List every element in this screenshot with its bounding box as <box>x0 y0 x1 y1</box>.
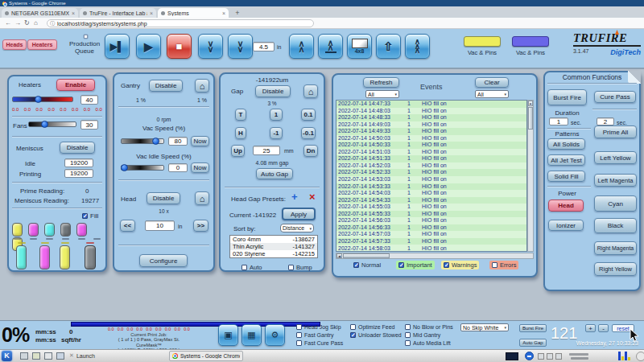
fill-checkbox[interactable] <box>82 213 88 219</box>
scroll-left-icon[interactable]: ◀ <box>336 253 342 258</box>
gap-home-button[interactable]: ⌂ <box>303 84 318 98</box>
document-icon[interactable] <box>44 352 52 360</box>
scrollbar-thumb[interactable] <box>343 253 390 258</box>
gap-dn-button[interactable]: Dn <box>303 145 318 157</box>
errors-checkbox[interactable] <box>492 262 497 268</box>
event-row[interactable]: 2022-07-14 14:56:33 1 HIO fill on <box>336 224 526 232</box>
vac-pins-right-button[interactable] <box>512 36 549 47</box>
all-solids-button[interactable]: All Solids <box>547 138 585 150</box>
opt-no-blow-or-pins[interactable]: No Blow or Pins <box>405 324 453 330</box>
opt-optimize-feed[interactable]: Optimize Feed <box>350 324 395 330</box>
layers-button[interactable]: ∧∧∧ <box>405 34 430 59</box>
vac-idle-input[interactable]: 0 <box>168 163 188 172</box>
bed-size-button[interactable]: 4x8 <box>347 34 372 59</box>
tab-netgear[interactable]: NETGEAR GS110EMX × <box>2 8 78 18</box>
meniscus-disable-button[interactable]: Disable <box>60 142 95 154</box>
event-row[interactable]: 2022-07-14 14:53:33 1 HIO fill on <box>336 183 526 191</box>
show-desktop-button[interactable] <box>636 352 644 361</box>
gap-minus01-button[interactable]: -0.1 <box>301 127 316 139</box>
fast-cure-pass-checkbox[interactable] <box>296 340 302 346</box>
event-row[interactable]: 2022-07-14 14:54:33 1 HIO fill on <box>336 197 526 204</box>
auto-option[interactable]: Auto <box>242 264 262 271</box>
url-bar[interactable]: ⓘ localhost/diag/systems/systems.php <box>47 19 314 27</box>
right-yellow-button[interactable]: Right Yellow <box>594 262 637 276</box>
fans-slider-thumb[interactable] <box>41 121 48 128</box>
monitor-icon[interactable] <box>56 352 64 360</box>
reload-icon[interactable]: ↻ <box>24 19 30 27</box>
vac-speed-now-button[interactable]: Now <box>191 136 209 146</box>
event-row[interactable]: 2022-07-14 14:55:03 1 HIO fill on <box>336 204 526 211</box>
cure-duration-input[interactable]: 2 <box>597 117 614 125</box>
play-button[interactable]: ▶ <box>136 34 161 59</box>
opt-head-jog-skip[interactable]: Head Jog Skip <box>296 324 341 330</box>
raise-head-button[interactable]: ⇧ <box>376 34 401 59</box>
gap-plus1-button[interactable]: 1 <box>270 109 283 121</box>
gap-minus1-button[interactable]: -1 <box>270 127 283 139</box>
filter-errors[interactable]: Errors <box>489 261 518 269</box>
configure-button[interactable]: Configure <box>139 254 188 267</box>
bump-checkbox[interactable] <box>288 265 294 270</box>
opt-fast-gantry[interactable]: Fast Gantry <box>296 332 334 338</box>
right-magenta-button[interactable]: Right Magenta <box>594 241 637 255</box>
tab-close-icon[interactable]: × <box>150 10 153 16</box>
solid-fill-button[interactable]: Solid Fill <box>547 171 585 182</box>
vac-pins-left-button[interactable] <box>464 36 501 47</box>
optimize-feed-checkbox[interactable] <box>350 324 356 330</box>
events-horizontal-scrollbar[interactable]: ◀ <box>336 253 534 259</box>
event-row[interactable]: 2022-07-14 14:57:03 1 HIO fill on <box>336 231 526 238</box>
events-list[interactable]: 2022-07-14 14:47:33 1 HIO fill on 2022-0… <box>336 100 527 252</box>
vac-speed-slider[interactable] <box>121 138 164 144</box>
event-row[interactable]: 2022-07-14 14:56:03 1 HIO fill on <box>336 217 526 224</box>
event-row[interactable]: 2022-07-14 14:52:03 1 HIO fill on <box>336 162 526 170</box>
stop-button[interactable]: ■ <box>167 34 192 59</box>
burst-fire-button[interactable]: Burst Fire <box>547 89 587 105</box>
ionizer-button[interactable]: Ionizer <box>548 220 584 231</box>
head-jog-skip-checkbox[interactable] <box>296 324 302 330</box>
gap-plus01-button[interactable]: 0.1 <box>301 109 316 121</box>
pass-height-input[interactable]: 4.5 <box>253 42 275 51</box>
burst-duration-input[interactable]: 1 <box>549 117 568 125</box>
filter-important[interactable]: Important <box>396 261 435 269</box>
status-auto-gap-button[interactable]: Auto Gap <box>519 339 547 347</box>
new-tab-button[interactable]: + <box>233 9 242 17</box>
apply-button[interactable]: Apply <box>282 208 316 220</box>
events-vertical-scrollbar[interactable]: ▲ <box>527 100 534 252</box>
printing-input[interactable]: 19200 <box>64 169 93 178</box>
jog-distance-input[interactable]: 10 <box>145 220 175 231</box>
home-icon[interactable]: ⌂ <box>34 19 38 27</box>
unloader-stowed-checkbox[interactable] <box>350 332 356 338</box>
heater-setpoint-input[interactable]: 40 <box>80 95 98 105</box>
event-row[interactable]: 2022-07-14 14:48:33 1 HIO fill on <box>336 114 526 121</box>
fans-slider[interactable] <box>28 121 76 127</box>
vac-speed-slider-thumb[interactable] <box>152 138 159 145</box>
important-checkbox[interactable] <box>398 262 404 268</box>
idle-input[interactable]: 19200 <box>64 158 93 167</box>
fans-input[interactable]: 30 <box>80 120 98 130</box>
media-settings-button[interactable]: ▦ <box>242 324 262 346</box>
gantry-disable-button[interactable]: Disable <box>149 80 183 92</box>
gap-disable-button[interactable]: Disable <box>255 85 291 97</box>
event-row[interactable]: 2022-07-14 14:51:33 1 HIO fill on <box>336 155 526 162</box>
double-down-button-2[interactable]: ∨∨ <box>228 34 253 59</box>
app-launcher-kde-icon[interactable]: K <box>2 351 12 361</box>
event-row[interactable]: 2022-07-14 14:58:03 1 HIO fill on <box>336 245 526 252</box>
scrollbar-thumb[interactable] <box>528 107 533 130</box>
cure-pass-button[interactable]: Cure Pass <box>594 91 636 103</box>
jog-right-button[interactable]: >> <box>193 220 208 232</box>
tab-close-icon[interactable]: × <box>72 10 75 16</box>
skip-mode-dropdown[interactable]: No Skip White▾ <box>460 323 509 331</box>
tray-display-icon[interactable] <box>506 352 518 360</box>
production-queue-checkbox[interactable] <box>84 35 88 39</box>
preview-button[interactable]: ▣ <box>218 324 238 346</box>
no-blow-or-pins-checkbox[interactable] <box>405 324 411 330</box>
auto-media-lift-checkbox[interactable] <box>405 340 411 346</box>
refresh-button[interactable]: Refresh <box>363 77 399 88</box>
event-row[interactable]: 2022-07-14 14:57:33 1 HIO fill on <box>336 238 526 245</box>
preset-row[interactable]: Coro 4mm -138627 <box>230 236 317 243</box>
head-home-button[interactable]: ⌂ <box>195 191 209 205</box>
preset-row[interactable]: Thin Acrylic -141327 <box>230 243 317 250</box>
tray-remote-icon[interactable] <box>525 352 534 360</box>
head-disable-button[interactable]: Disable <box>147 192 180 204</box>
event-row[interactable]: 2022-07-14 14:47:33 1 HIO fill on <box>336 101 526 108</box>
presets-table[interactable]: Coro 4mm -138627 Thin Acrylic -141327 02… <box>229 235 318 258</box>
